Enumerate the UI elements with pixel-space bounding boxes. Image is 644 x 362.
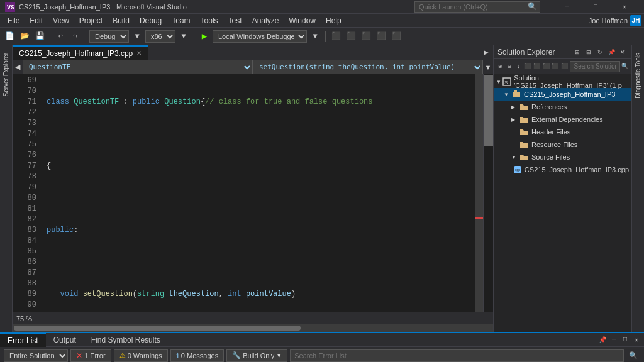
build-filter-btn[interactable]: 🔧 Build Only ▼ [226,349,287,362]
tb-btn4[interactable]: ⬛ [374,30,388,43]
references-icon [519,102,529,112]
platform-arrow[interactable]: ▼ [177,30,191,43]
menu-file[interactable]: File [3,14,25,28]
h-scrollbar-thumb[interactable] [14,326,301,331]
messages-count: 0 Messages [181,352,218,359]
error-search-input[interactable] [290,349,624,362]
tab-close-btn[interactable]: ✕ [136,50,142,57]
code-text[interactable]: class QuestionTF : public Question{// cl… [42,74,475,312]
se-tb3[interactable]: ↓ [514,60,523,74]
se-btn2[interactable]: ⊟ [584,47,594,57]
tree-references[interactable]: ▶ References [494,101,631,113]
user-avatar[interactable]: JH [630,15,641,26]
bottom-close-btn[interactable]: ✕ [631,335,641,345]
bottom-pin-btn[interactable]: 📌 [597,335,608,345]
se-tb2[interactable]: ⊟ [506,60,514,74]
nav-right-btn[interactable]: ▼ [483,60,493,74]
filter-scope-dropdown[interactable]: Entire Solution [4,349,68,362]
tb-btn5[interactable]: ⬛ [389,30,403,43]
tree-project[interactable]: ▼ CS215_Joseph_Hoffman_IP3 [494,88,631,101]
zoom-bar: 75 % [13,312,493,324]
se-btn3[interactable]: ↻ [595,47,605,57]
tree-cpp-file[interactable]: cpp CS215_Joseph_Hoffman_IP3.cpp [494,163,631,176]
tab-scroll-right[interactable]: ▶ [479,45,493,59]
tb-btn2[interactable]: ⬛ [344,30,358,43]
tree-solution[interactable]: ▼ S Solution 'CS215_Joseph_Hoffman_IP3' … [494,75,631,88]
errors-count: 1 Error [84,352,106,359]
warning-icon: ⚠ [119,351,126,359]
se-tb7[interactable]: ⬛ [551,60,559,74]
warnings-filter-btn[interactable]: ⚠ 0 Warnings [114,349,168,362]
tree-arrow-headers [511,129,519,135]
se-tb1[interactable]: ⊞ [496,60,504,74]
se-btn1[interactable]: ⊞ [572,47,582,57]
bottom-min-btn[interactable]: ─ [609,335,619,345]
scroll-track[interactable] [483,74,493,312]
se-tb8[interactable]: ⬛ [560,60,569,74]
messages-filter-btn[interactable]: ℹ 0 Messages [170,349,224,362]
tree-header-files[interactable]: Header Files [494,126,631,138]
scroll-thumb[interactable] [484,75,493,146]
tree-arrow-project: ▼ [504,92,511,97]
new-project-btn[interactable]: 📄 [3,30,16,43]
menu-build[interactable]: Build [108,14,135,28]
project-icon [511,89,521,99]
save-btn[interactable]: 💾 [33,30,47,43]
tree-source-files[interactable]: ▼ Source Files [494,151,631,163]
undo-btn[interactable]: ↩ [53,30,67,43]
h-scrollbar-track [14,326,492,331]
find-symbol-tab[interactable]: Find Symbol Results [84,333,168,347]
se-pin-btn[interactable]: 📌 [606,47,616,57]
config-dropdown[interactable]: Debug [89,30,129,43]
nav-left-btn[interactable]: ◀ [13,60,23,74]
se-tb5[interactable]: ⬛ [533,60,541,74]
open-btn[interactable]: 📂 [18,30,31,43]
menu-window[interactable]: Window [284,14,321,28]
se-tb4[interactable]: ⬛ [524,60,532,74]
se-tree: ▼ S Solution 'CS215_Joseph_Hoffman_IP3' … [494,74,631,332]
tb-btn1[interactable]: ⬛ [329,30,343,43]
menu-edit[interactable]: Edit [25,14,48,28]
class-dropdown[interactable]: QuestionTF [23,60,253,74]
start-debug-btn[interactable]: ▶ [197,30,211,43]
se-search-btn[interactable]: 🔍 [621,60,630,74]
menu-view[interactable]: View [48,14,74,28]
menu-project[interactable]: Project [74,14,108,28]
menu-test[interactable]: Test [223,14,247,28]
se-close-btn[interactable]: ✕ [618,47,628,57]
error-list-tab[interactable]: Error List [0,333,46,347]
close-button[interactable]: ✕ [610,0,639,14]
tree-ext-deps-label: External Dependencies [531,116,603,123]
debugger-dropdown[interactable]: Local Windows Debugger [213,30,307,43]
se-search-input[interactable] [570,61,620,72]
user-name: Joe Hoffman [589,17,628,25]
restore-button[interactable]: □ [581,0,610,14]
se-tb6[interactable]: ⬛ [542,60,550,74]
menu-analyze[interactable]: Analyze [247,14,284,28]
menu-debug[interactable]: Debug [135,14,167,28]
tb-sep2 [86,31,86,42]
tree-resource-files[interactable]: Resource Files [494,138,631,151]
diagnostic-tab[interactable]: Diagnostic Tools [633,48,643,104]
bottom-max-btn[interactable]: □ [620,335,630,345]
tb-btn3[interactable]: ⬛ [359,30,373,43]
output-tab[interactable]: Output [46,333,84,347]
server-explorer-tab[interactable]: Server Explorer [1,48,11,101]
menu-team[interactable]: Team [167,14,195,28]
errors-filter-btn[interactable]: ✕ 1 Error [70,349,111,362]
h-scrollbar[interactable] [13,324,493,332]
config-arrow[interactable]: ▼ [130,30,144,43]
method-dropdown[interactable]: setQuestion(string theQuestion, int poin… [253,60,483,74]
debugger-arrow[interactable]: ▼ [308,30,322,43]
tree-project-label: CS215_Joseph_Hoffman_IP3 [524,90,615,98]
menu-help[interactable]: Help [321,14,347,28]
tree-external-deps[interactable]: ▶ External Dependencies [494,113,631,126]
active-tab[interactable]: CS215_Joseph_Hoffman_IP3.cpp ✕ [13,45,148,60]
platform-dropdown[interactable]: x86 [145,30,175,43]
menu-tools[interactable]: Tools [196,14,223,28]
redo-btn[interactable]: ↪ [69,30,82,43]
quick-launch-input[interactable] [414,1,540,13]
minimize-button[interactable]: ─ [552,0,581,14]
ext-deps-icon [519,114,529,124]
error-search-btn[interactable]: 🔍 [626,349,640,363]
